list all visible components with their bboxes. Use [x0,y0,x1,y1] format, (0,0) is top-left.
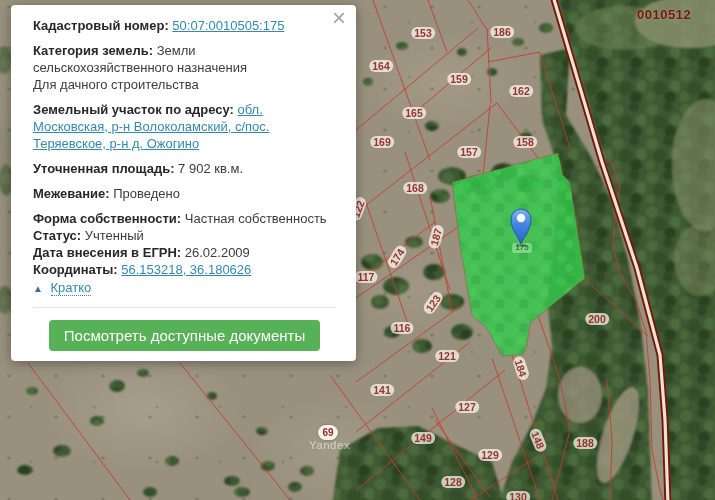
parcel-label-187: 187 [427,224,445,250]
area-label: Уточненная площадь: [33,161,174,176]
coordinates-link[interactable]: 56.153218, 36.180626 [121,262,251,277]
parcel-label-129: 129 [478,449,502,461]
cadastral-number-link[interactable]: 50:07:0010505:175 [172,18,284,33]
status-row: Статус: Учтенный [33,227,336,244]
parcel-label-184: 184 [512,355,531,381]
view-documents-button[interactable]: Посмотреть доступные документы [49,320,320,351]
collapse-arrow-icon: ▲ [33,283,43,294]
survey-row: Межевание: Проведено [33,185,336,202]
category-row: Категория земель: Земли сельскохозяйстве… [33,42,336,93]
cadastral-quarter-number: 0010512 [637,7,691,22]
parcel-label-123: 123 [421,290,444,316]
survey-value: Проведено [113,186,180,201]
parcel-label-148: 148 [528,427,548,453]
coordinates-label: Координаты: [33,262,118,277]
parcel-label-165: 165 [402,107,426,119]
details-block: Форма собственности: Частная собственнос… [33,210,336,278]
ownership-label: Форма собственности: [33,211,181,226]
cadastral-number-row: Кадастровый номер: 50:07:0010505:175 [33,17,336,34]
parcel-label-186: 186 [490,26,514,38]
parcel-label-117: 117 [355,271,378,283]
parcel-label-188: 188 [573,437,597,449]
close-icon[interactable]: × [332,5,346,31]
info-popup: × Кадастровый номер: 50:07:0010505:175 К… [11,5,356,361]
yandex-watermark: Yandex [309,439,350,451]
divider [33,307,336,308]
parcel-label-149: 149 [411,432,435,444]
egrn-date-value: 26.02.2009 [185,245,250,260]
collapse-link[interactable]: Кратко [51,280,92,296]
address-label: Земельный участок по адресу: [33,102,234,117]
parcel-label-159: 159 [447,73,471,85]
parcel-label-128: 128 [441,476,465,488]
parcel-label-157: 157 [457,146,481,158]
parcel-label-174: 174 [386,244,409,270]
parcel-label-116: 116 [391,322,414,334]
selected-parcel-label: 175 [512,243,532,253]
parcel-label-121: 121 [435,350,459,362]
status-label: Статус: [33,228,81,243]
survey-label: Межевание: [33,186,110,201]
area-row: Уточненная площадь: 7 902 кв.м. [33,160,336,177]
parcel-label-127: 127 [455,401,479,413]
status-value: Учтенный [85,228,144,243]
parcel-label-200: 200 [585,313,609,325]
parcel-label-169: 169 [370,136,394,148]
ownership-row: Форма собственности: Частная собственнос… [33,210,336,227]
cadastral-map-app: 1531861641591621651691571581681221871741… [0,0,715,500]
ownership-value: Частная собственность [185,211,327,226]
area-value: 7 902 кв.м. [178,161,243,176]
egrn-date-label: Дата внесения в ЕГРН: [33,245,181,260]
parcel-label-168: 168 [403,182,427,194]
category-label: Категория земель: [33,43,153,58]
collapse-row: ▲ Кратко [33,280,336,297]
category-purpose: Для дачного строительства [33,76,336,93]
address-row: Земельный участок по адресу: обл. Москов… [33,101,336,152]
parcel-label-162: 162 [509,85,533,97]
cadastral-number-label: Кадастровый номер: [33,18,169,33]
coordinates-row: Координаты: 56.153218, 36.180626 [33,261,336,278]
parcel-label-164: 164 [369,60,393,72]
parcel-label-141: 141 [370,384,394,396]
road-number-badge: 69 [318,425,338,440]
parcel-label-130: 130 [506,491,530,500]
parcel-label-158: 158 [513,136,537,148]
egrn-date-row: Дата внесения в ЕГРН: 26.02.2009 [33,244,336,261]
parcel-label-153: 153 [411,27,435,39]
